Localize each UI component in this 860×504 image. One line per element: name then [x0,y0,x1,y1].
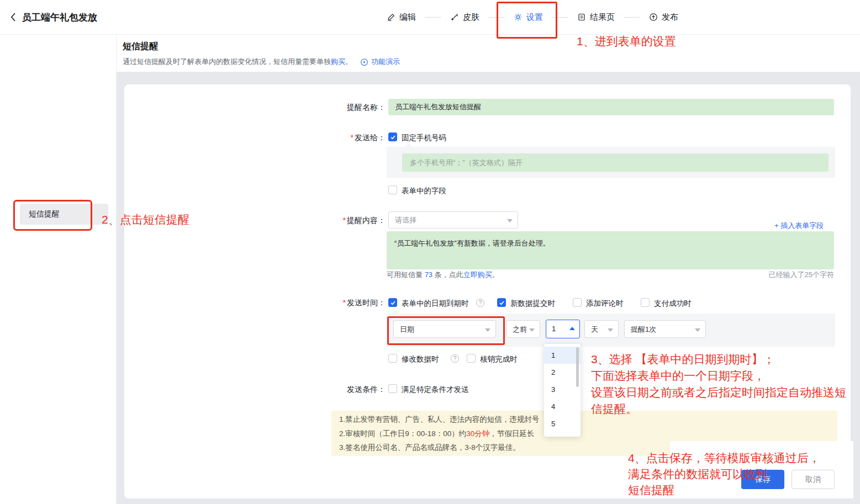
back-button[interactable] [8,10,20,24]
pencil-icon [387,13,395,22]
annotation-step1: 1、进到表单的设置 [577,33,676,49]
payment-checkbox[interactable] [641,298,650,307]
new-data-label: 新数据提交时 [510,299,555,309]
name-label: 提醒名称： [254,103,386,113]
tab-edit-label: 编辑 [399,12,416,23]
repeat-select[interactable]: 提醒1次 [624,320,706,338]
dropdown-option[interactable]: 3 [544,381,581,398]
sms-quota-line: 可用短信量 73 条，点此立即购买。 [387,270,499,280]
before-after-value: 之前 [513,321,527,338]
payment-label: 支付成功时 [654,299,692,309]
tab-skin-label: 皮肤 [463,12,479,23]
tab-publish-label: 发布 [662,12,678,23]
quota-count: 73 [425,270,432,279]
fixed-phone-checkbox[interactable] [388,132,397,141]
tab-result-page[interactable]: 结果页 [577,12,615,23]
chevron-down-icon [529,328,535,332]
send-to-label: *发送给： [254,133,386,143]
help-icon[interactable] [476,299,484,307]
message-textarea[interactable]: “员工端午礼包发放”有新数据，请登录后台处理。 [387,231,834,269]
tab-connector [552,17,568,18]
verify-done-label: 核销完成时 [480,354,518,364]
form-title: 员工端午礼包发放 [22,11,97,24]
date-due-label: 表单中的日期到期时 [402,299,469,309]
insert-field-link[interactable]: + 插入表单字段 [774,221,824,231]
chevron-down-icon [485,328,490,332]
help-icon[interactable] [451,354,459,363]
tab-connector [425,17,441,18]
form-field-checkbox[interactable] [388,185,397,194]
tab-connector [488,17,505,18]
dropdown-option[interactable]: 4 [544,398,581,415]
chevron-down-icon [608,328,613,332]
chevron-up-icon [569,327,575,330]
subtitle-period: 。 [345,57,352,67]
condition-label: 发送条件： [254,385,386,395]
gear-icon [514,13,523,22]
buy-now-link[interactable]: 立即购买 [463,270,492,279]
unit-select[interactable]: 天 [584,320,619,338]
comment-label: 添加评论时 [586,299,624,309]
back-chevron-icon [8,10,20,24]
reminder-name-input[interactable]: 员工端午礼包发放短信提醒 [388,99,834,115]
fixed-phone-label: 固定手机号码 [402,133,446,143]
dropdown-option[interactable]: 1 [544,347,581,364]
top-bar: 员工端午礼包发放 编辑 皮肤 设置 结果页 [0,0,860,35]
send-time-label: *发送时间： [254,298,386,308]
app-window: 员工端午礼包发放 编辑 皮肤 设置 结果页 [0,0,860,504]
sidebar-item-sms-reminder[interactable]: 短信提醒 [29,209,60,219]
notice-line-3: 3.签名使用公司名、产品名或品牌名，3-8个汉字最佳。 [339,443,520,453]
dropdown-scrollbar[interactable] [576,347,579,387]
demo-link[interactable]: 功能演示 [371,57,400,67]
tab-edit[interactable]: 编辑 [387,12,416,23]
repeat-value: 提醒1次 [631,321,656,338]
content-label: *提醒内容： [254,216,386,226]
settings-sidebar [0,34,117,504]
chevron-down-icon [695,328,700,332]
workflow-tabs: 编辑 皮肤 设置 结果页 发布 [387,0,678,34]
comment-checkbox[interactable] [573,298,582,307]
char-count: 已经输入了25个字符 [735,270,834,280]
select-placeholder: 请选择 [395,212,416,229]
unit-value: 天 [591,321,598,338]
annotation-step4: 4、点击保存，等待模版审核通过后， 满足条件的数据就可以收到 短信提醒 [628,450,820,498]
play-demo-icon [360,58,368,66]
condition-checkbox[interactable] [388,384,397,393]
tab-publish[interactable]: 发布 [649,12,678,23]
modify-data-label: 修改数据时 [402,354,439,364]
number-dropdown: 1 2 3 4 5 [544,344,581,437]
content-template-select[interactable]: 请选择 [388,211,518,229]
date-field-select[interactable]: 日期 [393,320,496,338]
date-due-checkbox[interactable] [388,298,397,307]
modify-data-checkbox[interactable] [388,354,397,363]
dropdown-option[interactable]: 5 [544,415,581,432]
number-select[interactable]: 1 [546,320,580,338]
result-page-icon [577,13,586,22]
buy-link[interactable]: 购买 [331,57,345,67]
verify-done-checkbox[interactable] [467,354,476,363]
date-field-value: 日期 [400,321,414,338]
number-value: 1 [552,320,556,337]
dropdown-option[interactable]: 2 [544,364,581,381]
annotation-step3: 3、选择 【表单中的日期到期时】； 下面选择表单中的一个日期字段， 设置该日期之… [591,351,846,417]
form-field-label: 表单中的字段 [402,186,446,196]
before-after-select[interactable]: 之前 [506,320,540,338]
tab-settings[interactable]: 设置 [514,12,543,23]
tab-settings-label: 设置 [526,12,543,23]
publish-icon [649,13,658,22]
page-title: 短信提醒 [123,41,158,52]
page-subtitle: 通过短信提醒及时了解表单内的数据变化情况，短信用量需要单独购买。 功能演示 [123,57,400,67]
tab-result-label: 结果页 [590,12,615,23]
tab-skin[interactable]: 皮肤 [450,12,479,23]
notice-line-2: 2.审核时间（工作日9：00-18：00）约30分钟，节假日延长 [339,429,534,439]
brush-icon [450,13,459,22]
subtitle-text: 通过短信提醒及时了解表单内的数据变化情况，短信用量需要单独 [123,57,331,67]
tab-connector [624,17,640,18]
condition-option-label: 满足特定条件才发送 [402,385,469,395]
chevron-down-icon [507,219,513,222]
annotation-step2: 2、点击短信提醒 [102,211,189,227]
phone-numbers-input[interactable]: 多个手机号用“；”（英文格式）隔开 [402,153,829,172]
notice-line-1: 1.禁止发带有营销、广告、私人、违法内容的短信，违规封号 [339,415,539,425]
new-data-checkbox[interactable] [497,298,506,307]
